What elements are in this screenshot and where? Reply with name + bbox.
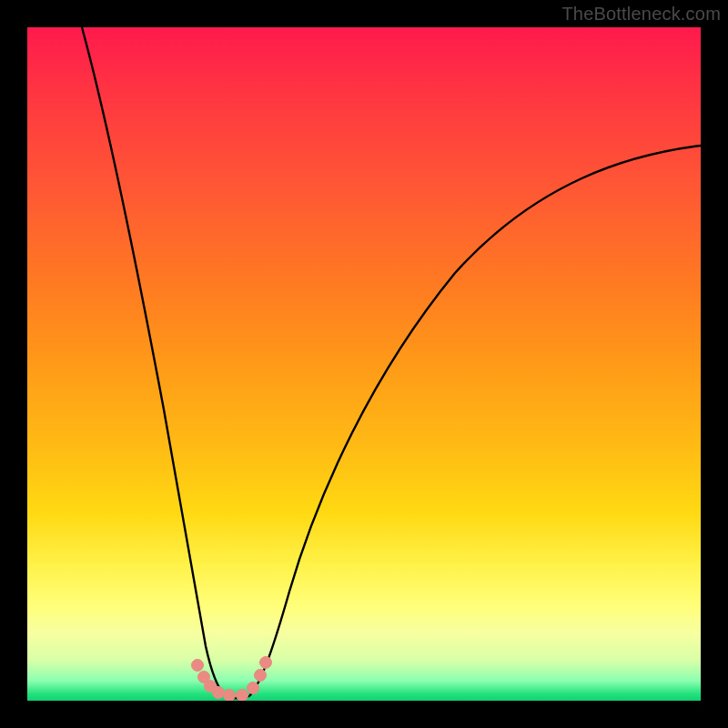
watermark-text: TheBottleneck.com xyxy=(561,4,721,25)
chart-frame: TheBottleneck.com xyxy=(0,0,728,728)
curve-layer xyxy=(27,27,701,701)
data-marker xyxy=(255,670,267,682)
data-marker xyxy=(237,690,248,702)
marker-group xyxy=(192,657,272,702)
data-marker xyxy=(213,687,225,699)
data-marker xyxy=(248,682,259,694)
data-marker xyxy=(224,690,236,702)
data-marker xyxy=(260,657,272,669)
plot-area xyxy=(27,27,701,701)
curve-left-branch xyxy=(82,27,226,696)
data-marker xyxy=(192,660,204,672)
curve-right-branch xyxy=(249,146,701,696)
